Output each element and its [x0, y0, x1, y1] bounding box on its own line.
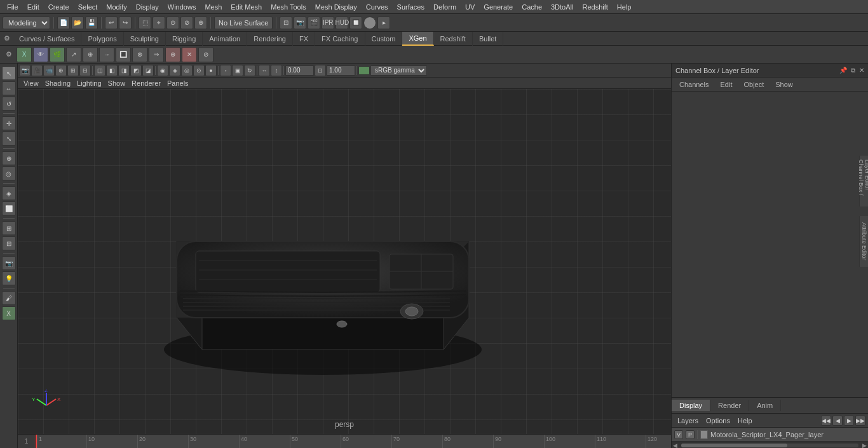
- xgen-icon-tool[interactable]: X: [2, 306, 16, 320]
- vp-shade-btn[interactable]: ◫: [94, 65, 105, 76]
- vp-menu-show[interactable]: Show: [105, 79, 129, 87]
- vp-light4-btn[interactable]: ⊙: [193, 65, 205, 76]
- scroll-right-btn[interactable]: ▶: [861, 442, 868, 449]
- xgen-btn-9[interactable]: ⊕: [165, 47, 180, 62]
- menu-help[interactable]: Help: [613, 2, 636, 12]
- tab-rigging[interactable]: Rigging: [166, 32, 203, 46]
- edit-menu[interactable]: Edit: [715, 79, 737, 90]
- tab-curves-surfaces[interactable]: Curves / Surfaces: [13, 32, 81, 46]
- snap-grid-tool[interactable]: ⊞: [2, 221, 16, 235]
- layers-scrollbar[interactable]: ◀ ▶: [672, 442, 868, 448]
- tab-xgen[interactable]: XGen: [402, 32, 433, 46]
- soft-mod-tool[interactable]: ◎: [2, 166, 16, 180]
- layers-nav-prev[interactable]: ◀: [832, 416, 843, 426]
- channels-menu[interactable]: Channels: [674, 79, 714, 90]
- xgen-btn-4[interactable]: ⊕: [83, 47, 98, 62]
- menu-modify[interactable]: Modify: [102, 2, 131, 12]
- redo-btn[interactable]: ↪: [119, 17, 132, 29]
- menu-edit[interactable]: Edit: [23, 2, 44, 12]
- vp-move-btn[interactable]: ↔: [259, 65, 270, 76]
- lasso2-tool-btn[interactable]: ⊘: [180, 17, 193, 29]
- lasso-tool-btn[interactable]: ⌖: [153, 17, 165, 29]
- xgen-btn-8[interactable]: ⇒: [149, 47, 164, 62]
- menu-surfaces[interactable]: Surfaces: [393, 2, 429, 12]
- tab-anim[interactable]: Anim: [749, 400, 781, 411]
- vp-menu-lighting[interactable]: Lighting: [74, 79, 105, 87]
- transform-tool[interactable]: ↔: [2, 81, 16, 95]
- vp-shade5-btn[interactable]: ◪: [142, 65, 154, 76]
- vp-shade3-btn[interactable]: ◨: [118, 65, 130, 76]
- workspace-dropdown[interactable]: Modeling: [3, 17, 50, 29]
- channel-box-tab[interactable]: Channel Box / Layer Editor: [859, 156, 868, 207]
- tab-custom[interactable]: Custom: [365, 32, 403, 46]
- tab-fx-caching[interactable]: FX Caching: [315, 32, 365, 46]
- timeline-track[interactable]: 1 10 20 30 40 50 60 70 80 90 100 110 120: [36, 435, 671, 448]
- camera-btn[interactable]: 📷: [294, 17, 306, 29]
- menu-mesh[interactable]: Mesh: [200, 2, 226, 12]
- tab-animation[interactable]: Animation: [203, 32, 247, 46]
- scroll-track[interactable]: [681, 444, 858, 447]
- new-file-btn[interactable]: 📄: [57, 17, 70, 29]
- menu-curves[interactable]: Curves: [362, 2, 393, 12]
- vp-menu-panels[interactable]: Panels: [164, 79, 192, 87]
- menu-redshift[interactable]: Redshift: [578, 2, 612, 12]
- color-wheel-btn[interactable]: [363, 17, 376, 29]
- menu-uv[interactable]: UV: [461, 2, 479, 12]
- lasso3-tool-btn[interactable]: ⊕: [194, 17, 207, 29]
- vp-colorspace-swatch[interactable]: [358, 66, 370, 75]
- vp-menu-view[interactable]: View: [20, 79, 42, 87]
- xgen-btn-0[interactable]: X: [17, 47, 32, 62]
- menu-windows[interactable]: Windows: [163, 2, 201, 12]
- help-menu[interactable]: Help: [735, 417, 756, 424]
- timeline-ruler[interactable]: 1 1 10 20 30 40 50 60 70 80 90 100 110 1…: [18, 434, 671, 448]
- paint-tool-btn[interactable]: ⊙: [166, 17, 179, 29]
- xgen-btn-7[interactable]: ⊗: [132, 47, 147, 62]
- layers-menu[interactable]: Layers: [674, 417, 702, 424]
- snap-btn[interactable]: ⊡: [280, 17, 292, 29]
- layer-playback-btn[interactable]: P: [686, 430, 695, 439]
- paint-effects-tool[interactable]: 🖌: [2, 291, 16, 305]
- layers-nav-last[interactable]: ▶▶: [855, 416, 865, 426]
- open-file-btn[interactable]: 📂: [71, 17, 84, 29]
- tab-polygons[interactable]: Polygons: [81, 32, 123, 46]
- menu-mesh-tools[interactable]: Mesh Tools: [266, 2, 310, 12]
- xgen-btn-6[interactable]: 🔳: [116, 47, 131, 62]
- tab-fx[interactable]: FX: [293, 32, 315, 46]
- xgen-btn-5[interactable]: →: [99, 47, 114, 62]
- vp-colorspace-dropdown[interactable]: sRGB gamma: [370, 65, 427, 76]
- vp-rot-btn[interactable]: ↕: [271, 65, 282, 76]
- xgen-btn-10[interactable]: ✕: [182, 47, 197, 62]
- menu-mesh-display[interactable]: Mesh Display: [311, 2, 362, 12]
- vp-coord-x[interactable]: [285, 65, 314, 76]
- vp-fx2-btn[interactable]: ▣: [232, 65, 243, 76]
- vp-coord-y[interactable]: [327, 65, 355, 76]
- render-btn[interactable]: 🎬: [308, 17, 320, 29]
- scale-tool[interactable]: ⤡: [2, 132, 16, 146]
- show-menu[interactable]: Show: [770, 79, 798, 90]
- panel-pin-btn[interactable]: 📌: [839, 67, 847, 74]
- vp-light2-btn[interactable]: ◈: [169, 65, 180, 76]
- attribute-editor-tab[interactable]: Attribute Editor: [859, 216, 868, 267]
- panel-close-btn[interactable]: ✕: [859, 67, 864, 74]
- scroll-thumb[interactable]: [681, 444, 787, 447]
- save-file-btn[interactable]: 💾: [85, 17, 98, 29]
- tab-display[interactable]: Display: [672, 400, 710, 411]
- tab-rendering[interactable]: Rendering: [247, 32, 293, 46]
- vp-grid-btn[interactable]: ⊞: [67, 65, 79, 76]
- move-tool[interactable]: ✛: [2, 116, 16, 130]
- extra-btn[interactable]: ▸: [377, 17, 390, 29]
- layer-color[interactable]: [700, 430, 708, 439]
- vp-light3-btn[interactable]: ◎: [181, 65, 193, 76]
- menu-deform[interactable]: Deform: [429, 2, 461, 12]
- scroll-left-btn[interactable]: ◀: [672, 442, 679, 449]
- universal-tool[interactable]: ⊕: [2, 151, 16, 165]
- tab-sculpting[interactable]: Sculpting: [124, 32, 166, 46]
- vp-fx-btn[interactable]: ◦: [220, 65, 231, 76]
- vp-menu-shading[interactable]: Shading: [42, 79, 74, 87]
- camera-tool[interactable]: 📷: [2, 256, 16, 270]
- layers-nav-first[interactable]: ◀◀: [821, 416, 831, 426]
- snap-point-tool[interactable]: ⊟: [2, 236, 16, 250]
- xgen-btn-3[interactable]: ↗: [66, 47, 81, 62]
- vp-light5-btn[interactable]: ●: [205, 65, 217, 76]
- render2-btn[interactable]: 🔲: [349, 17, 362, 29]
